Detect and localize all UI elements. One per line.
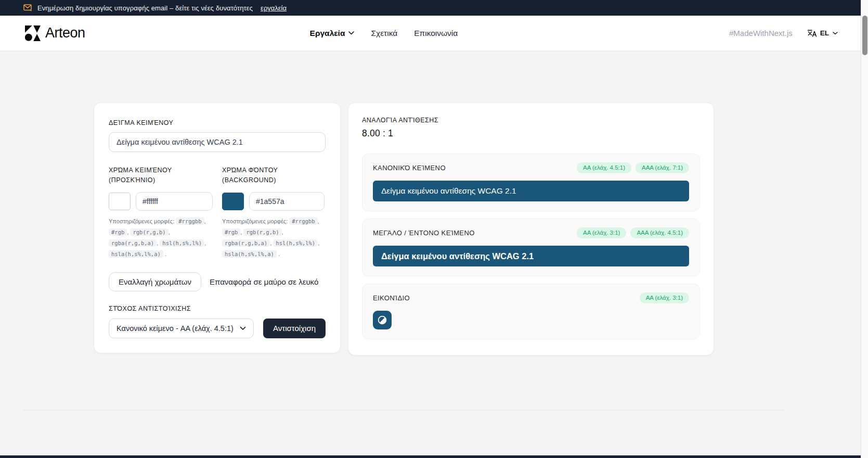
large-text-preview: Δείγμα κειμένου αντίθεσης WCAG 2.1 [373,246,689,266]
brand-name: Arteon [45,25,85,41]
chevron-down-icon [348,31,354,35]
supported-formats-text: Υποστηριζόμενες μορφές: #rrggbb #rgb rgb… [109,216,213,260]
footer-top-edge [0,455,861,458]
email-update-icon [23,4,32,11]
result-row-icon: ΕΙΚΟΝΊΔΙΟ AA (ελάχ. 3:1) [362,284,700,339]
aaa-pass-badge: AAA (ελάχ. 4.5:1) [630,227,689,238]
result-row-title: ΜΕΓΆΛΟ / ΈΝΤΟΝΟ ΚΕΊΜΕΝΟ [373,229,475,237]
contrast-results-card: ΑΝΑΛΟΓΊΑ ΑΝΤΊΘΕΣΗΣ 8.00 : 1 ΚΑΝΟΝΙΚΌ ΚΕΊ… [348,103,714,355]
bg-color-label: ΧΡΏΜΑ ΦΌΝΤΟΥ (BACKGROUND) [222,166,325,186]
language-code: EL [820,29,829,37]
result-row-normal-text: ΚΑΝΟΝΙΚΌ ΚΕΊΜΕΝΟ AA (ελάχ. 4.5:1) AAA (ε… [362,154,700,211]
site-header: Arteon Εργαλεία Σχετικά Επικοινωνία #Mad… [0,16,861,50]
banner-tools-link[interactable]: εργαλεία [261,4,287,12]
scrollbar-thumb[interactable] [862,16,867,55]
chevron-down-icon [240,326,246,330]
sample-text-label: ΔΕΊΓΜΑ ΚΕΙΜΈΝΟΥ [109,119,173,126]
footer-divider [23,410,784,411]
text-color-swatch[interactable] [109,193,131,210]
text-color-label: ΧΡΏΜΑ ΚΕΙΜΈΝΟΥ (ΠΡΟΣΚΉΝΙΟ) [109,166,213,186]
aa-pass-badge: AA (ελάχ. 3:1) [577,227,626,238]
translate-icon [807,29,817,37]
icon-preview-tile [373,311,392,329]
banner-message: Ενημέρωση δημιουργίας υπογραφής email – … [37,4,253,12]
match-target-select[interactable]: Κανονικό κείμενο - AA (ελάχ. 4.5:1) [109,319,254,338]
text-color-section: ΧΡΏΜΑ ΚΕΙΜΈΝΟΥ (ΠΡΟΣΚΉΝΙΟ) Υποστηριζόμεν… [109,166,213,260]
match-target-selected-value: Κανονικό κείμενο - AA (ελάχ. 4.5:1) [116,324,234,333]
nav-item-contact[interactable]: Επικοινωνία [414,29,458,38]
swap-colors-button[interactable]: Εναλλαγή χρωμάτων [109,272,201,291]
contrast-icon [377,314,388,326]
arteon-logo-icon [25,26,41,41]
aa-pass-badge: AA (ελάχ. 4.5:1) [577,162,631,173]
result-row-title: ΚΑΝΟΝΙΚΌ ΚΕΊΜΕΝΟ [373,164,446,172]
header-right: #MadeWithNext.js EL [729,29,838,37]
made-with-badge: #MadeWithNext.js [729,29,793,37]
bg-color-section: ΧΡΏΜΑ ΦΌΝΤΟΥ (BACKGROUND) Υποστηριζόμενε… [222,166,325,260]
aa-pass-badge: AA (ελάχ. 3:1) [640,292,689,303]
nav-item-about[interactable]: Σχετικά [371,29,397,38]
normal-text-preview: Δείγμα κειμένου αντίθεσης WCAG 2.1 [373,181,689,201]
aaa-pass-badge: AAA (ελάχ. 7:1) [636,162,689,173]
bg-color-swatch[interactable] [222,193,244,210]
contrast-controls-card: ΔΕΊΓΜΑ ΚΕΙΜΈΝΟΥ ΧΡΏΜΑ ΚΕΙΜΈΝΟΥ (ΠΡΟΣΚΉΝΙ… [94,103,341,353]
result-row-title: ΕΙΚΟΝΊΔΙΟ [373,294,410,302]
result-row-large-text: ΜΕΓΆΛΟ / ΈΝΤΟΝΟ ΚΕΊΜΕΝΟ AA (ελάχ. 3:1) A… [362,219,700,276]
match-target-label: ΣΤΌΧΟΣ ΑΝΤΙΣΤΟΊΧΙΣΗΣ [109,305,326,312]
match-button[interactable]: Αντιστοίχιση [263,319,326,338]
language-switcher[interactable]: EL [807,29,838,37]
bg-color-hex-input[interactable] [249,192,325,211]
brand-logo[interactable]: Arteon [25,25,85,41]
page: Ενημέρωση δημιουργίας υπογραφής email – … [0,0,868,458]
text-color-hex-input[interactable] [136,192,213,211]
chevron-down-icon [833,32,838,35]
supported-formats-text: Υποστηριζόμενες μορφές: #rrggbb #rgb rgb… [222,216,325,260]
nav-item-tools[interactable]: Εργαλεία [310,29,355,38]
main-content: ΔΕΊΓΜΑ ΚΕΙΜΈΝΟΥ ΧΡΏΜΑ ΚΕΙΜΈΝΟΥ (ΠΡΟΣΚΉΝΙ… [0,50,868,411]
sample-text-input[interactable] [109,132,326,152]
main-nav: Εργαλεία Σχετικά Επικοινωνία [310,29,458,38]
contrast-ratio-value: 8.00 : 1 [362,128,700,139]
reset-black-white-button[interactable]: Επαναφορά σε μαύρο σε λευκό [204,273,323,291]
announcement-banner: Ενημέρωση δημιουργίας υπογραφής email – … [0,0,861,16]
contrast-ratio-heading: ΑΝΑΛΟΓΊΑ ΑΝΤΊΘΕΣΗΣ [362,117,700,124]
scrollbar-track[interactable] [861,0,868,458]
